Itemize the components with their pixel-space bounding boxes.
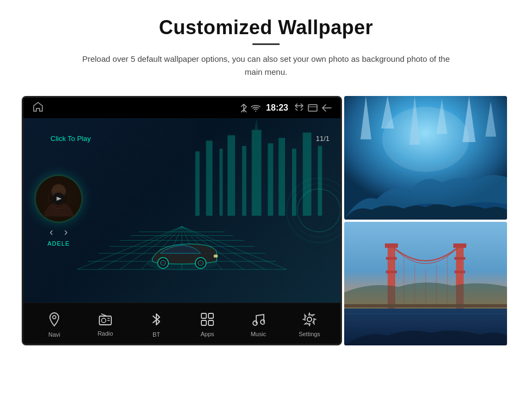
svg-rect-4 (195, 151, 200, 216)
radio-icon (98, 313, 112, 328)
music-player: ‹ › ADELE (34, 175, 83, 247)
svg-line-23 (77, 227, 182, 269)
nav-item-apps[interactable]: Apps (188, 312, 226, 337)
bt-icon (151, 312, 162, 329)
thumbnails-panel (344, 96, 507, 345)
svg-point-38 (198, 260, 204, 266)
nav-item-radio[interactable]: Radio (86, 313, 124, 337)
apps-label: Apps (200, 331, 214, 337)
svg-rect-2 (308, 105, 317, 111)
svg-line-31 (182, 227, 244, 269)
svg-point-35 (157, 258, 168, 268)
navi-icon (48, 312, 61, 329)
title-section: Customized Wallpaper Preload over 5 defa… (76, 16, 456, 79)
svg-line-25 (120, 227, 182, 269)
bt-label: BT (153, 331, 160, 338)
svg-point-53 (102, 318, 106, 323)
svg-line-26 (142, 227, 182, 269)
svg-point-41 (292, 184, 340, 237)
svg-rect-56 (201, 313, 206, 318)
svg-point-36 (160, 260, 166, 266)
thumbnail-bridge[interactable] (344, 222, 507, 345)
svg-line-30 (182, 227, 222, 269)
svg-point-51 (53, 316, 56, 319)
svg-point-70 (382, 107, 469, 172)
radio-label: Radio (98, 330, 113, 337)
svg-point-34 (147, 258, 217, 271)
svg-rect-10 (268, 143, 273, 216)
status-right: 18:23 (240, 103, 332, 113)
svg-rect-7 (227, 135, 235, 215)
page-title: Customized Wallpaper (76, 16, 456, 39)
svg-rect-11 (278, 138, 285, 216)
bridge-image (344, 222, 507, 345)
svg-rect-13 (303, 132, 312, 215)
bottom-nav: Navi Radio (23, 303, 340, 345)
next-arrow[interactable]: › (64, 226, 68, 238)
album-art-svg (36, 175, 81, 223)
svg-rect-78 (386, 257, 397, 260)
svg-point-0 (255, 111, 256, 112)
thumbnail-ice-cave[interactable] (344, 96, 507, 220)
date-display: 11/1 (316, 134, 330, 143)
svg-line-32 (182, 227, 265, 269)
car-screen: 18:23 (22, 96, 342, 345)
main-display: Click To Play 11/1 (23, 118, 340, 303)
nav-item-music[interactable]: Music (239, 312, 277, 337)
nav-item-navi[interactable]: Navi (35, 312, 73, 338)
nav-item-settings[interactable]: Settings (290, 312, 328, 337)
status-bar: 18:23 (23, 98, 340, 118)
nav-item-bt[interactable]: BT (137, 312, 175, 338)
status-icons (240, 103, 261, 113)
title-divider (252, 43, 280, 45)
svg-rect-82 (454, 257, 465, 260)
artist-name: ADELE (47, 240, 69, 247)
settings-icon (302, 312, 316, 329)
prev-arrow[interactable]: ‹ (49, 226, 53, 238)
svg-point-42 (297, 189, 340, 232)
click-to-play-label: Click To Play (50, 134, 91, 143)
music-label: Music (251, 331, 267, 337)
navi-label: Navi (48, 331, 60, 338)
music-icon (252, 312, 265, 329)
svg-rect-83 (454, 271, 465, 273)
nav-arrows: ‹ › (49, 226, 67, 238)
svg-line-33 (182, 227, 287, 269)
svg-rect-79 (386, 271, 397, 273)
svg-rect-8 (242, 146, 246, 216)
album-art (34, 175, 83, 223)
nav-icons (294, 104, 332, 112)
svg-rect-9 (252, 130, 262, 216)
svg-rect-12 (292, 149, 296, 216)
svg-rect-59 (208, 320, 213, 325)
svg-marker-15 (255, 119, 258, 130)
svg-point-62 (307, 317, 312, 322)
apps-icon (200, 312, 214, 329)
ice-cave-image (344, 96, 507, 220)
svg-point-40 (287, 178, 340, 243)
content-area: 18:23 (22, 96, 510, 345)
status-time: 18:23 (266, 103, 288, 113)
page-container: Customized Wallpaper Preload over 5 defa… (0, 0, 532, 411)
svg-point-37 (195, 258, 206, 268)
svg-point-39 (213, 254, 218, 258)
svg-rect-14 (318, 146, 322, 216)
page-subtitle: Preload over 5 default wallpaper options… (76, 53, 456, 79)
settings-label: Settings (299, 331, 320, 337)
home-icon (32, 102, 44, 114)
svg-rect-6 (219, 149, 223, 216)
svg-rect-5 (206, 140, 213, 216)
svg-line-27 (163, 227, 182, 269)
svg-line-29 (182, 227, 201, 269)
svg-rect-57 (208, 313, 213, 318)
svg-line-24 (99, 227, 182, 269)
svg-rect-58 (201, 320, 206, 325)
